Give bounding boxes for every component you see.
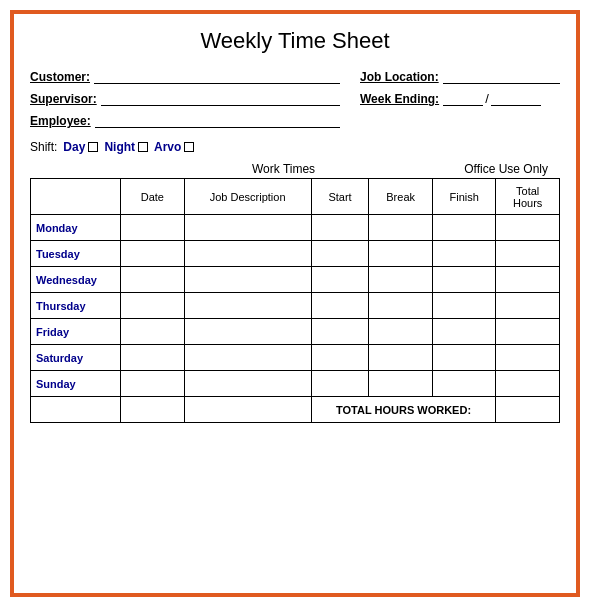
form-left: Customer: Supervisor: Employee: (30, 68, 340, 134)
total-cell (496, 215, 560, 241)
total-hours-row: TOTAL HOURS WORKED: (31, 397, 560, 423)
customer-line (94, 68, 340, 84)
job-location-row: Job Location: (360, 68, 560, 84)
break-cell (369, 293, 433, 319)
date-cell (121, 241, 185, 267)
table-row: Wednesday (31, 267, 560, 293)
table-header-row: Date Job Description Start Break Finish … (31, 179, 560, 215)
break-cell (369, 215, 433, 241)
day-cell: Tuesday (31, 241, 121, 267)
date-cell (121, 293, 185, 319)
shift-option-arvo: Arvo (154, 140, 194, 154)
day-cell: Wednesday (31, 267, 121, 293)
job-cell (184, 293, 311, 319)
week-ending-slash: / (485, 91, 489, 106)
section-headers: Work Times Office Use Only (30, 162, 560, 176)
job-cell (184, 371, 311, 397)
header-break: Break (369, 179, 433, 215)
shift-day-checkbox[interactable] (88, 142, 98, 152)
table-row: Sunday (31, 371, 560, 397)
customer-label: Customer: (30, 70, 90, 84)
start-cell (311, 267, 369, 293)
start-cell (311, 293, 369, 319)
table-row: Friday (31, 319, 560, 345)
header-finish: Finish (432, 179, 496, 215)
day-cell: Thursday (31, 293, 121, 319)
shift-option-day: Day (63, 140, 98, 154)
total-cell (496, 241, 560, 267)
date-cell (121, 319, 185, 345)
header-day (31, 179, 121, 215)
job-cell (184, 267, 311, 293)
job-cell (184, 215, 311, 241)
start-cell (311, 319, 369, 345)
total-cell (496, 293, 560, 319)
job-cell (184, 241, 311, 267)
finish-cell (432, 293, 496, 319)
finish-cell (432, 267, 496, 293)
total-cell (496, 371, 560, 397)
shift-night-checkbox[interactable] (138, 142, 148, 152)
page-title: Weekly Time Sheet (30, 28, 560, 54)
shift-arvo-label: Arvo (154, 140, 181, 154)
supervisor-row: Supervisor: (30, 90, 340, 106)
table-row: Thursday (31, 293, 560, 319)
finish-cell (432, 345, 496, 371)
shift-night-label: Night (104, 140, 135, 154)
employee-label: Employee: (30, 114, 91, 128)
supervisor-line (101, 90, 340, 106)
header-start: Start (311, 179, 369, 215)
form-section: Customer: Supervisor: Employee: Job Loca… (30, 68, 560, 134)
break-cell (369, 319, 433, 345)
header-total: TotalHours (496, 179, 560, 215)
job-location-line (443, 68, 560, 84)
page-container: Weekly Time Sheet Customer: Supervisor: … (10, 10, 580, 597)
date-cell (121, 215, 185, 241)
total-cell (496, 267, 560, 293)
day-cell: Saturday (31, 345, 121, 371)
week-ending-line2 (491, 90, 541, 106)
supervisor-label: Supervisor: (30, 92, 97, 106)
date-cell (121, 267, 185, 293)
start-cell (311, 215, 369, 241)
break-cell (369, 345, 433, 371)
date-cell (121, 345, 185, 371)
start-cell (311, 241, 369, 267)
header-job: Job Description (184, 179, 311, 215)
total-empty-cell2 (121, 397, 185, 423)
day-cell: Monday (31, 215, 121, 241)
header-date: Date (121, 179, 185, 215)
break-cell (369, 241, 433, 267)
employee-row: Employee: (30, 112, 340, 128)
week-ending-label: Week Ending: (360, 92, 439, 106)
shift-option-night: Night (104, 140, 148, 154)
shift-day-label: Day (63, 140, 85, 154)
shift-arvo-checkbox[interactable] (184, 142, 194, 152)
form-right: Job Location: Week Ending: / (360, 68, 560, 134)
finish-cell (432, 319, 496, 345)
office-use-label: Office Use Only (464, 162, 548, 176)
shift-label: Shift: (30, 140, 57, 154)
employee-line (95, 112, 340, 128)
week-ending-row: Week Ending: / (360, 90, 560, 106)
date-cell (121, 371, 185, 397)
total-cell (496, 345, 560, 371)
job-cell (184, 345, 311, 371)
table-row: Saturday (31, 345, 560, 371)
start-cell (311, 371, 369, 397)
total-hours-value (496, 397, 560, 423)
day-cell: Sunday (31, 371, 121, 397)
finish-cell (432, 215, 496, 241)
day-cell: Friday (31, 319, 121, 345)
finish-cell (432, 241, 496, 267)
work-times-label: Work Times (252, 162, 315, 176)
job-cell (184, 319, 311, 345)
job-location-label: Job Location: (360, 70, 439, 84)
week-ending-fields: / (443, 90, 541, 106)
timesheet-table: Date Job Description Start Break Finish … (30, 178, 560, 423)
customer-row: Customer: (30, 68, 340, 84)
week-ending-line1 (443, 90, 483, 106)
total-cell (496, 319, 560, 345)
total-hours-label: TOTAL HOURS WORKED: (311, 397, 496, 423)
total-empty-cell (31, 397, 121, 423)
